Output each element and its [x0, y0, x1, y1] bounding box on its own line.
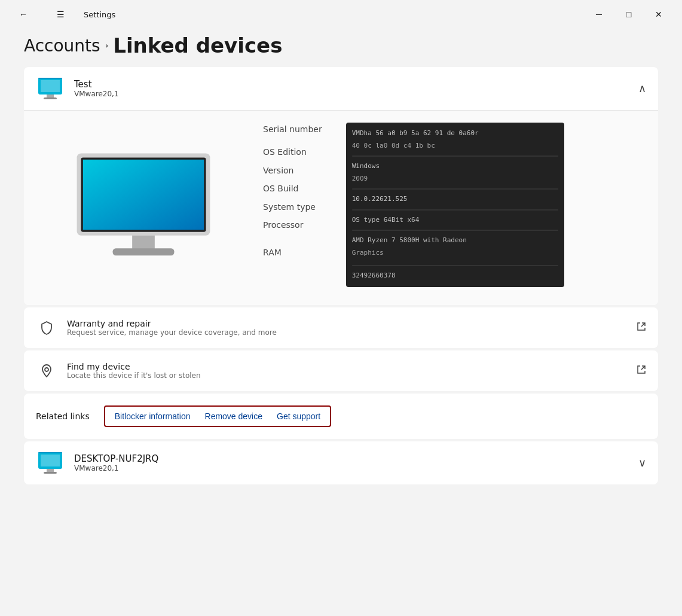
svg-rect-12	[41, 455, 60, 466]
device1-card: Test VMware20,1 ∧	[24, 67, 658, 305]
maximize-button[interactable]: □	[615, 5, 643, 24]
find-device-title: Find my device	[67, 362, 637, 371]
minimize-button[interactable]: ─	[585, 5, 613, 24]
back-icon: ←	[19, 10, 27, 19]
window-controls: ─ □ ✕	[585, 5, 672, 24]
related-links-label: Related links	[36, 411, 90, 421]
redacted-line-7: AMD Ryzen 7 5800H with Radeon	[352, 236, 558, 246]
version-label: Version	[263, 164, 322, 177]
related-links-group: Bitlocker information Remove device Get …	[104, 405, 331, 427]
svg-rect-2	[38, 78, 62, 79]
find-device-description: Locate this device if it's lost or stole…	[67, 371, 637, 380]
remove-device-button[interactable]: Remove device	[205, 411, 263, 421]
warranty-card[interactable]: Warranty and repair Request service, man…	[24, 307, 658, 348]
device2-model: VMware20,1	[74, 464, 638, 472]
redact-divider-1	[352, 155, 558, 157]
redacted-line-6: OS type 64Bit x64	[352, 215, 558, 225]
device1-collapse-button[interactable]: ∧	[638, 82, 646, 95]
svg-rect-8	[132, 236, 155, 250]
device1-model: VMware20,1	[74, 90, 638, 98]
svg-rect-9	[113, 248, 175, 255]
ram-label: RAM	[263, 246, 322, 259]
find-device-card[interactable]: Find my device Locate this device if it'…	[24, 350, 658, 391]
device1-illustration	[48, 123, 239, 287]
warranty-description: Request service, manage your device cove…	[67, 328, 637, 337]
redact-divider-2	[352, 188, 558, 190]
minimize-icon: ─	[596, 10, 602, 19]
main-content: Test VMware20,1 ∧	[0, 67, 682, 612]
device1-expanded: Serial number OS Edition Version OS Buil…	[24, 110, 658, 305]
find-device-external-icon	[637, 365, 646, 377]
processor-label: Processor	[263, 218, 322, 231]
svg-rect-3	[47, 94, 54, 97]
device2-card: DESKTOP-NUF2JRQ VMware20,1 ∨	[24, 441, 658, 484]
menu-button[interactable]: ☰	[47, 5, 74, 24]
svg-rect-15	[44, 472, 57, 474]
redacted-line-8: Graphics	[352, 248, 558, 258]
warranty-external-icon	[637, 322, 646, 334]
redact-divider-5	[352, 265, 558, 266]
system-type-label: System type	[263, 200, 322, 214]
redacted-line-5: 10.0.22621.525	[352, 194, 558, 205]
back-button[interactable]: ←	[10, 5, 37, 24]
device1-monitor-icon	[36, 74, 65, 103]
device2-monitor-icon	[36, 449, 65, 477]
redacted-line-3: Windows	[352, 161, 558, 172]
svg-point-10	[45, 368, 48, 371]
device1-info: Test VMware20,1	[74, 79, 638, 98]
redacted-content: VMDha 56 a0 b9 5a 62 91 de 0a60r 40 0c l…	[346, 123, 564, 287]
svg-rect-13	[38, 452, 62, 453]
svg-rect-7	[83, 160, 204, 230]
warranty-text: Warranty and repair Request service, man…	[67, 319, 637, 337]
menu-icon: ☰	[57, 10, 65, 19]
svg-rect-1	[41, 80, 60, 92]
serial-number-label: Serial number	[263, 123, 322, 136]
device2-header[interactable]: DESKTOP-NUF2JRQ VMware20,1 ∨	[24, 441, 658, 484]
bitlocker-info-button[interactable]: Bitlocker information	[115, 411, 191, 421]
device2-expand-button[interactable]: ∨	[638, 456, 646, 469]
svg-rect-14	[47, 469, 54, 472]
redacted-line-4: 2009	[352, 174, 558, 184]
svg-rect-4	[44, 97, 57, 99]
device1-redacted-image: VMDha 56 a0 b9 5a 62 91 de 0a60r 40 0c l…	[346, 123, 564, 287]
chevron-down-icon: ∨	[638, 457, 646, 469]
breadcrumb: Accounts › Linked devices	[0, 29, 682, 67]
redact-divider-4	[352, 230, 558, 231]
find-device-text: Find my device Locate this device if it'…	[67, 362, 637, 380]
redacted-line-9: 32492660378	[352, 271, 558, 281]
redact-divider-3	[352, 209, 558, 211]
os-edition-label: OS Edition	[263, 145, 322, 158]
redacted-line-2: 40 0c la0 0d c4 1b bc	[352, 141, 558, 151]
related-links-bar: Related links Bitlocker information Remo…	[24, 394, 658, 439]
titlebar-title: Settings	[84, 10, 115, 19]
get-support-button[interactable]: Get support	[277, 411, 320, 421]
breadcrumb-parent[interactable]: Accounts	[24, 36, 100, 56]
os-build-label: OS Build	[263, 182, 322, 195]
device1-name: Test	[74, 79, 638, 90]
close-icon: ✕	[655, 10, 662, 19]
breadcrumb-chevron: ›	[105, 41, 109, 50]
warranty-icon	[36, 317, 57, 339]
breadcrumb-current: Linked devices	[113, 33, 282, 57]
device1-spec-labels: Serial number OS Edition Version OS Buil…	[263, 123, 322, 287]
chevron-up-icon: ∧	[638, 83, 646, 94]
device2-name: DESKTOP-NUF2JRQ	[74, 453, 638, 464]
close-button[interactable]: ✕	[645, 5, 672, 24]
find-device-icon	[36, 360, 57, 382]
redacted-line-1: VMDha 56 a0 b9 5a 62 91 de 0a60r	[352, 129, 558, 139]
device1-spec-values: VMDha 56 a0 b9 5a 62 91 de 0a60r 40 0c l…	[346, 123, 634, 287]
device2-info: DESKTOP-NUF2JRQ VMware20,1	[74, 453, 638, 472]
maximize-icon: □	[626, 10, 631, 19]
titlebar: ← ☰ Settings ─ □ ✕	[0, 0, 682, 29]
warranty-title: Warranty and repair	[67, 319, 637, 328]
device1-header[interactable]: Test VMware20,1 ∧	[24, 67, 658, 110]
